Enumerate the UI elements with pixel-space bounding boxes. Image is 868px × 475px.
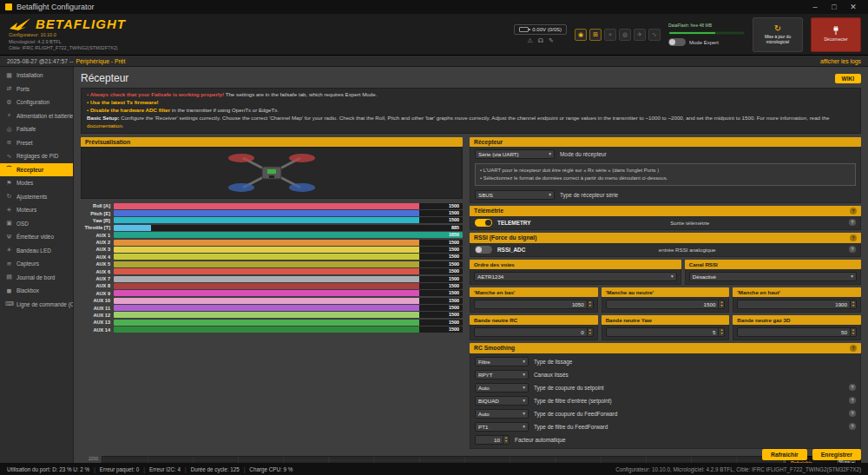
spinner-icon[interactable]: ▴▾ xyxy=(718,328,724,336)
help-icon[interactable]: ? xyxy=(850,234,857,241)
receiver-note-line: • L'UART pour le récepteur doit être rég… xyxy=(480,167,851,175)
motors-icon: ✳ xyxy=(5,207,13,214)
channel-value: 1500 xyxy=(449,290,459,296)
stick-high-input[interactable]: 1900 ▴▾ xyxy=(737,300,857,309)
wiki-button[interactable]: WIKI xyxy=(835,74,861,83)
sidebar-item-capteurs[interactable]: ≋Capteurs xyxy=(0,257,73,271)
sidebar-item-label: Ajustements xyxy=(16,194,47,200)
rc-smoothing-select-1[interactable]: RPYT▾ xyxy=(475,370,529,379)
note-segment: • Use the latest Tx firmware! xyxy=(87,99,159,105)
deadband-yaw-input[interactable]: 5 ▴▾ xyxy=(606,327,726,337)
deadband-panel: Bande neutre RC 0 ▴▾ Bande neutre Yaw 5 … xyxy=(470,315,861,340)
help-icon[interactable]: ? xyxy=(849,246,856,253)
telemetry-toggle[interactable] xyxy=(475,219,492,227)
status-item: Utilisation du port: D: 23 % U: 2 % xyxy=(7,466,89,472)
sidebar-item-configuration[interactable]: ⚙Configuration xyxy=(0,96,73,109)
sidebar-item-moteurs[interactable]: ✳Moteurs xyxy=(0,203,73,217)
quad-model-preview[interactable] xyxy=(81,147,463,199)
sonar-sensor-icon: ∿ xyxy=(648,29,661,41)
help-icon[interactable]: ? xyxy=(849,410,856,417)
help-icon[interactable]: ? xyxy=(850,345,857,352)
betaflight-logo-icon xyxy=(9,17,31,31)
rc-smoothing-row: Auto▾Type de coupure du setpoint? xyxy=(470,381,860,394)
spinner-icon[interactable]: ▴▾ xyxy=(503,436,509,444)
gear-icon: ⚙ xyxy=(5,99,13,106)
log-bar: 2025-08-27 @21:47:57 -- Périphérique - P… xyxy=(0,56,868,67)
log-timestamp: 2025-08-27 @21:47:57 xyxy=(7,58,68,64)
sidebar-item-ports[interactable]: ⇄Ports xyxy=(0,82,73,96)
serial-provider-select[interactable]: SBUS ▾ xyxy=(475,190,555,200)
spinner-icon[interactable]: ▴▾ xyxy=(718,300,724,308)
help-icon[interactable]: ? xyxy=(849,384,856,391)
rssi-adc-toggle[interactable] xyxy=(475,246,492,254)
sidebar-item-pid[interactable]: ∿Réglages de PID xyxy=(0,149,73,163)
telemetry-panel: Télémétrie ? TELEMETRY Sortie télémétrie… xyxy=(470,206,861,230)
version-line: Cible: IFRC IFLIGHT_F722_TWING2(STM32F7X… xyxy=(9,45,126,51)
rc-smoothing-select-4[interactable]: Auto▾ xyxy=(475,409,529,419)
chevron-down-icon: ▾ xyxy=(523,359,525,364)
graph-y-axis: 2200200018001600140012001000800 xyxy=(81,456,98,463)
disconnect-button[interactable]: Déconnecter xyxy=(811,17,861,52)
rc-smoothing-select-5[interactable]: PT1▾ xyxy=(475,422,529,432)
satellite-icon[interactable]: ☊ xyxy=(538,37,543,44)
help-icon[interactable]: ? xyxy=(850,208,857,214)
sidebar-item-ajustements[interactable]: ↻Ajustements xyxy=(0,190,73,204)
maximize-button[interactable]: □ xyxy=(825,3,844,11)
help-icon[interactable]: ? xyxy=(849,219,856,226)
sidebar-item-recepteur[interactable]: ⌒Récepteur xyxy=(0,163,73,177)
channel-row: AUX 41500 xyxy=(81,254,463,261)
help-icon[interactable]: ? xyxy=(849,397,856,404)
rc-smoothing-select-0[interactable]: Filtre▾ xyxy=(475,357,529,366)
rc-smoothing-row: RPYT▾Canaux lissés xyxy=(470,368,860,381)
sidebar-item-led[interactable]: ☀Bandeau LED xyxy=(0,244,73,258)
rssi-channel-select[interactable]: Désactivé ▾ xyxy=(689,272,857,281)
warning-icon[interactable]: ⚠ xyxy=(527,37,532,44)
show-log-link[interactable]: afficher les logs xyxy=(820,58,861,64)
receiver-panel: Récepteur Série (via UART) ▾ Mode du réc… xyxy=(470,137,861,203)
expert-mode-toggle[interactable] xyxy=(668,38,686,46)
channel-row: AUX 21500 xyxy=(81,239,463,246)
help-icon[interactable]: ? xyxy=(849,423,856,430)
rc-graph-section: 2200200018001600140012001000800 -150-140… xyxy=(81,456,861,463)
rc-smoothing-select-2[interactable]: Auto▾ xyxy=(475,383,529,393)
close-button[interactable]: ✕ xyxy=(844,3,863,11)
receiver-mode-select[interactable]: Série (via UART) ▾ xyxy=(475,149,555,159)
channel-row: AUX 141500 xyxy=(81,327,463,333)
chevron-down-icon: ▾ xyxy=(549,192,551,197)
note-segment: . xyxy=(122,122,124,129)
sidebar-item-modes[interactable]: ⚑Modes xyxy=(0,176,73,190)
spinner-icon[interactable]: ▴▾ xyxy=(587,328,593,336)
spinner-icon[interactable]: ▴▾ xyxy=(850,328,856,336)
channel-value: 1650 xyxy=(449,232,459,238)
channel-map-select[interactable]: AETR1234 ▾ xyxy=(474,272,677,281)
rc-smoothing-select-3[interactable]: BIQUAD▾ xyxy=(475,396,529,406)
sidebar-item-journal[interactable]: ▤Journal de bord xyxy=(0,271,73,285)
deadband-rc-input[interactable]: 0 ▴▾ xyxy=(474,327,594,337)
spinner-icon[interactable]: ▴▾ xyxy=(850,300,856,308)
sidebar-item-osd[interactable]: ▣OSD xyxy=(0,217,73,231)
sidebar-item-installation[interactable]: ▦Installation xyxy=(0,69,73,82)
sidebar-item-alimentation[interactable]: ⚡Alimentation et batterie xyxy=(0,109,73,123)
sidebar-item-blackbox[interactable]: ◼Blackbox xyxy=(0,284,73,298)
stick-low-input[interactable]: 1050 ▴▾ xyxy=(474,300,594,309)
channel-bar-fill xyxy=(114,217,419,223)
rc-smoothing-number-6[interactable]: 10▴▾ xyxy=(475,435,510,445)
refresh-button[interactable]: Rafraîchir xyxy=(762,449,807,460)
update-firmware-button[interactable]: ↻ Mise à jour du micrologiciel xyxy=(753,17,803,52)
select-value: RPYT xyxy=(478,372,493,378)
channel-label: AUX 11 xyxy=(81,306,114,311)
note-segment: • Always check that your Failsafe is wor… xyxy=(87,91,224,97)
sidebar-item-preset[interactable]: ≡Preset xyxy=(0,136,73,150)
rc-smoothing-panel: RC Smoothing ? Filtre▾Type de lissageRPY… xyxy=(470,343,861,449)
sidebar-item-cli[interactable]: ⌨Ligne de commande (CLI) xyxy=(0,298,73,312)
spinner-icon[interactable]: ▴▾ xyxy=(587,300,593,308)
save-button[interactable]: Enregistrer xyxy=(812,449,861,460)
sidebar-item-vtx[interactable]: ΨÉmetteur vidéo xyxy=(0,230,73,244)
edit-icon[interactable]: ✎ xyxy=(549,37,554,44)
stick-center-input[interactable]: 1500 ▴▾ xyxy=(606,300,726,309)
blackbox-icon: ◼ xyxy=(5,287,13,294)
minimize-button[interactable]: – xyxy=(806,3,825,11)
channel-bar: 1500 xyxy=(114,290,463,296)
deadband-3d-input[interactable]: 50 ▴▾ xyxy=(737,327,857,337)
sidebar-item-failsafe[interactable]: ◎Failsafe xyxy=(0,122,73,136)
